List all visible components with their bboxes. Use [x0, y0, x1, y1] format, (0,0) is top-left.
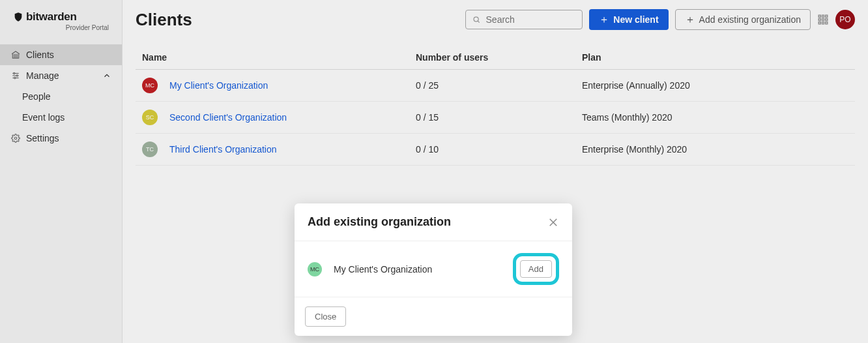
sidebar: bitwarden Provider Portal Clients Manage… — [0, 0, 123, 343]
plan-cell: Teams (Monthly) 2020 — [582, 112, 848, 123]
org-avatar: MC — [142, 78, 158, 93]
search-input[interactable] — [486, 14, 576, 25]
svg-point-7 — [474, 17, 478, 22]
org-avatar: MC — [308, 262, 322, 276]
svg-rect-15 — [818, 22, 820, 24]
clients-table: Name Number of users Plan MCMy Client's … — [136, 46, 855, 166]
modal-title: Add existing organization — [308, 215, 451, 229]
column-header-name: Name — [142, 52, 416, 63]
svg-point-3 — [14, 72, 15, 74]
brand-name: bitwarden — [26, 10, 77, 23]
table-row: MCMy Client's Organization0 / 25Enterpri… — [136, 70, 855, 102]
org-avatar-text: MC — [310, 266, 319, 273]
users-cell: 0 / 10 — [416, 144, 582, 155]
svg-rect-17 — [826, 22, 828, 24]
org-link[interactable]: Third Client's Organization — [169, 144, 277, 155]
name-cell: SCSecond Client's Organization — [142, 110, 416, 125]
sidebar-item-event-logs[interactable]: Event logs — [0, 107, 122, 128]
add-existing-organization-modal: Add existing organization MC My Client's… — [295, 203, 572, 336]
table-row: SCSecond Client's Organization0 / 15Team… — [136, 102, 855, 134]
nav: Clients Manage People Event logs Setting… — [0, 44, 122, 149]
sidebar-item-label: Manage — [26, 70, 59, 81]
svg-rect-14 — [826, 19, 828, 21]
sidebar-item-people[interactable]: People — [0, 86, 122, 107]
sidebar-item-clients[interactable]: Clients — [0, 44, 122, 65]
search-input-wrapper[interactable] — [465, 10, 583, 29]
logo: bitwarden Provider Portal — [0, 0, 122, 37]
modal-footer: Close — [295, 297, 572, 336]
sidebar-item-label: Clients — [26, 50, 54, 60]
brand-subtitle: Provider Portal — [13, 24, 110, 31]
avatar-initials: PO — [839, 15, 850, 24]
org-name: My Client's Organization — [334, 264, 501, 275]
column-header-plan: Plan — [582, 52, 848, 63]
add-existing-organization-button[interactable]: ＋ Add existing organization — [675, 9, 811, 30]
plan-cell: Enterprise (Annually) 2020 — [582, 80, 848, 91]
org-link[interactable]: My Client's Organization — [169, 80, 268, 91]
svg-point-6 — [14, 137, 17, 140]
org-avatar: TC — [142, 142, 158, 157]
plus-icon: ＋ — [599, 14, 609, 25]
plan-cell: Enterprise (Monthly) 2020 — [582, 144, 848, 155]
svg-rect-11 — [826, 15, 828, 17]
page-title: Clients — [136, 10, 192, 30]
name-cell: MCMy Client's Organization — [142, 78, 416, 93]
header: Clients ＋ New client ＋ Add existing orga… — [136, 9, 855, 30]
sidebar-item-manage[interactable]: Manage — [0, 65, 122, 86]
svg-rect-12 — [818, 19, 820, 21]
search-icon — [472, 15, 480, 24]
svg-point-5 — [14, 77, 16, 78]
user-avatar[interactable]: PO — [835, 10, 855, 29]
column-header-users: Number of users — [416, 52, 582, 63]
sidebar-item-label: Settings — [26, 133, 59, 143]
svg-rect-13 — [822, 19, 824, 21]
svg-rect-16 — [822, 22, 824, 24]
org-link[interactable]: Second Client's Organization — [169, 112, 287, 123]
sidebar-item-settings[interactable]: Settings — [0, 128, 122, 149]
bank-icon — [10, 50, 21, 59]
gear-icon — [10, 134, 21, 143]
users-cell: 0 / 25 — [416, 80, 582, 91]
highlight-ring: Add — [513, 253, 559, 285]
svg-line-8 — [478, 21, 480, 22]
modal-header: Add existing organization — [295, 203, 572, 241]
table-header: Name Number of users Plan — [136, 46, 855, 70]
name-cell: TCThird Client's Organization — [142, 142, 416, 157]
sidebar-item-label: Event logs — [22, 112, 65, 123]
shield-icon — [13, 11, 23, 23]
close-icon[interactable] — [547, 216, 559, 228]
add-button[interactable]: Add — [520, 260, 552, 278]
grid-icon[interactable] — [817, 14, 829, 25]
modal-org-row: MC My Client's Organization Add — [308, 253, 559, 285]
sidebar-item-label: People — [22, 91, 51, 102]
plus-icon: ＋ — [685, 14, 695, 25]
button-label: New client — [613, 14, 658, 25]
chevron-up-icon — [102, 71, 111, 80]
button-label: Add existing organization — [699, 14, 801, 25]
svg-rect-10 — [822, 15, 824, 17]
sliders-icon — [10, 71, 21, 80]
users-cell: 0 / 15 — [416, 112, 582, 123]
svg-rect-9 — [818, 15, 820, 17]
org-avatar: SC — [142, 110, 158, 125]
modal-body: MC My Client's Organization Add — [295, 241, 572, 297]
close-button[interactable]: Close — [305, 306, 346, 327]
svg-point-4 — [16, 75, 18, 76]
new-client-button[interactable]: ＋ New client — [589, 9, 668, 30]
table-row: TCThird Client's Organization0 / 10Enter… — [136, 134, 855, 166]
